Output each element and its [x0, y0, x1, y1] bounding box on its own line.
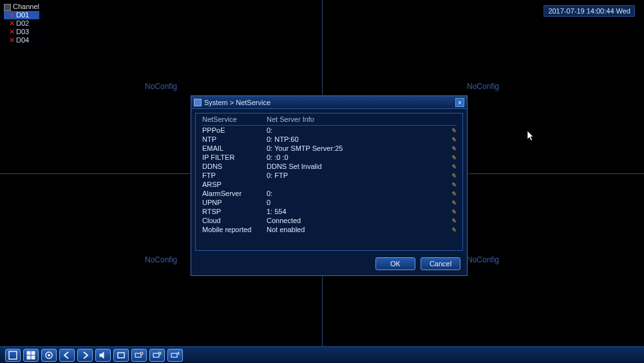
ok-button[interactable]: OK — [375, 257, 415, 270]
service-info — [267, 180, 446, 189]
service-info: 0: FTP — [267, 171, 446, 180]
edit-icon[interactable]: ✎ — [446, 153, 456, 162]
service-row-ddns[interactable]: DDNSDDNS Set Invalid✎ — [202, 162, 456, 171]
edit-icon[interactable]: ✎ — [446, 162, 456, 171]
svg-rect-12 — [171, 353, 177, 357]
snapshot-button[interactable] — [167, 349, 183, 362]
service-name: PPPoE — [202, 126, 267, 135]
channel-item-d02[interactable]: ✕D02 — [4, 19, 39, 28]
prev-button[interactable] — [59, 349, 75, 362]
service-info: Connected — [267, 216, 446, 225]
service-row-ftp[interactable]: FTP0: FTP✎ — [202, 171, 456, 180]
channel-panel-title: Channel — [4, 3, 39, 11]
service-row-alarmserver[interactable]: AlarmServer0:✎ — [202, 189, 456, 198]
channel-item-d04[interactable]: ✕D04 — [4, 36, 39, 44]
svg-rect-7 — [118, 353, 124, 358]
dialog-icon — [194, 99, 202, 106]
service-row-ip-filter[interactable]: IP FILTER0: :0 :0✎ — [202, 153, 456, 162]
svg-rect-10 — [153, 353, 159, 357]
col-header-info: Net Server Info — [267, 113, 446, 126]
service-name: Cloud — [202, 216, 267, 225]
service-name: IP FILTER — [202, 153, 267, 162]
x-icon: ✕ — [9, 19, 15, 27]
svg-point-6 — [48, 354, 50, 356]
single-view-button[interactable] — [5, 349, 21, 362]
service-name: UPNP — [202, 198, 267, 207]
ptz-button[interactable] — [41, 349, 57, 362]
cancel-button[interactable]: Cancel — [421, 257, 460, 270]
svg-rect-8 — [135, 353, 141, 357]
service-info: 0: — [267, 126, 446, 135]
svg-rect-0 — [9, 351, 17, 359]
noconfig-label: NoConfig — [467, 255, 499, 264]
service-info: 0: NTP:60 — [267, 135, 446, 144]
service-name: FTP — [202, 171, 267, 180]
service-row-pppoe[interactable]: PPPoE0:✎ — [202, 126, 456, 135]
svg-point-11 — [158, 352, 161, 355]
service-info: 0 — [267, 198, 446, 207]
edit-icon[interactable]: ✎ — [446, 126, 456, 135]
service-row-rtsp[interactable]: RTSP1: 554✎ — [202, 207, 456, 216]
service-name: AlarmServer — [202, 189, 267, 198]
record-on-button[interactable] — [131, 349, 147, 362]
channel-item-d03[interactable]: ✕D03 — [4, 28, 39, 36]
edit-icon[interactable]: ✎ — [446, 216, 456, 225]
svg-rect-1 — [27, 351, 30, 355]
channel-panel: Channel ✕D01✕D02✕D03✕D04 — [1, 1, 42, 46]
taskbar — [0, 346, 644, 363]
service-info: 0: — [267, 189, 446, 198]
dialog-footer: OK Cancel — [191, 255, 467, 275]
edit-icon[interactable]: ✎ — [446, 180, 456, 189]
volume-button[interactable] — [95, 349, 111, 362]
dialog-titlebar[interactable]: System > NetService × — [191, 96, 467, 109]
record-off-button[interactable] — [149, 349, 165, 362]
channel-item-d01[interactable]: ✕D01 — [4, 11, 39, 19]
x-icon: ✕ — [9, 11, 15, 19]
timestamp: 2017-07-19 14:00:44 Wed — [544, 5, 635, 17]
dialog-title: System > NetService — [204, 99, 455, 106]
x-icon: ✕ — [9, 36, 15, 44]
noconfig-label: NoConfig — [145, 255, 177, 264]
svg-rect-2 — [32, 351, 35, 355]
service-row-email[interactable]: EMAIL0: Your SMTP Server:25✎ — [202, 144, 456, 153]
edit-icon[interactable]: ✎ — [446, 207, 456, 216]
svg-point-9 — [140, 352, 143, 355]
close-button[interactable]: × — [455, 98, 464, 107]
netservice-table: NetService Net Server Info PPPoE0:✎NTP0:… — [202, 113, 456, 234]
service-name: ARSP — [202, 180, 267, 189]
noconfig-label: NoConfig — [145, 82, 177, 91]
service-name: EMAIL — [202, 144, 267, 153]
service-info: DDNS Set Invalid — [267, 162, 446, 171]
col-header-service: NetService — [202, 113, 267, 126]
edit-icon[interactable]: ✎ — [446, 198, 456, 207]
noconfig-label: NoConfig — [467, 82, 499, 91]
x-icon: ✕ — [9, 28, 15, 35]
edit-icon[interactable]: ✎ — [446, 144, 456, 153]
dialog-body: NetService Net Server Info PPPoE0:✎NTP0:… — [195, 113, 463, 251]
service-row-arsp[interactable]: ARSP✎ — [202, 180, 456, 189]
netservice-dialog: System > NetService × NetService Net Ser… — [191, 95, 468, 276]
service-info: 0: :0 :0 — [267, 153, 446, 162]
edit-icon[interactable]: ✎ — [446, 171, 456, 180]
service-info: 0: Your SMTP Server:25 — [267, 144, 446, 153]
service-info: Not enabled — [267, 225, 446, 234]
service-name: NTP — [202, 135, 267, 144]
service-name: DDNS — [202, 162, 267, 171]
service-name: RTSP — [202, 207, 267, 216]
svg-rect-3 — [27, 356, 30, 359]
service-row-mobile-reported[interactable]: Mobile reportedNot enabled✎ — [202, 225, 456, 234]
service-name: Mobile reported — [202, 225, 267, 234]
edit-icon[interactable]: ✎ — [446, 225, 456, 234]
edit-icon[interactable]: ✎ — [446, 135, 456, 144]
multi-view-button[interactable] — [23, 349, 39, 362]
service-info: 1: 554 — [267, 207, 446, 216]
service-row-ntp[interactable]: NTP0: NTP:60✎ — [202, 135, 456, 144]
edit-icon[interactable]: ✎ — [446, 189, 456, 198]
service-row-cloud[interactable]: CloudConnected✎ — [202, 216, 456, 225]
service-row-upnp[interactable]: UPNP0✎ — [202, 198, 456, 207]
color-button[interactable] — [113, 349, 129, 362]
svg-rect-4 — [32, 356, 35, 359]
next-button[interactable] — [77, 349, 93, 362]
